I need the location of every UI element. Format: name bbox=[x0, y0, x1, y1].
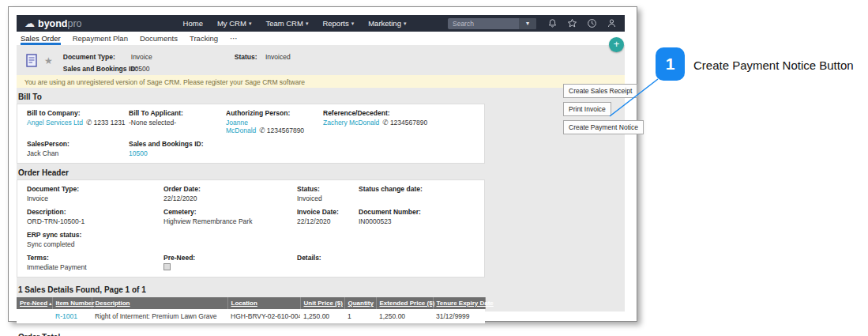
column-header-quantity[interactable]: Quantity bbox=[344, 297, 376, 309]
tab-tracking[interactable]: Tracking bbox=[190, 34, 218, 45]
annotation-label: Create Payment Notice Button bbox=[693, 59, 854, 72]
brand-logo[interactable]: ☁ byondpro bbox=[24, 17, 82, 29]
sales-bookings-id-link[interactable]: 10500 bbox=[129, 149, 148, 157]
authorizing-person-link[interactable]: Joanne McDonald bbox=[226, 119, 256, 134]
more-tabs-icon[interactable]: ⋯ bbox=[230, 34, 238, 45]
main-menu: Home My CRM▾ Team CRM▾ Reports▾ Marketin… bbox=[183, 19, 407, 28]
table-row: R-1001 Right of Interment: Premium Lawn … bbox=[17, 309, 485, 323]
document-type-field: Document Type: Invoice bbox=[27, 185, 163, 202]
bill-to-panel: Bill to Company: Angel Services Ltd✆1233… bbox=[17, 104, 485, 164]
order-date-field: Order Date: 22/12/2020 bbox=[163, 185, 297, 202]
print-invoice-button[interactable]: Print Invoice bbox=[563, 102, 611, 116]
chevron-down-icon: ▾ bbox=[306, 21, 309, 27]
bill-to-section-title: Bill To bbox=[17, 88, 485, 104]
order-status-field: Status: Invoiced bbox=[297, 185, 359, 202]
cell-location: HGH-BRVY-02-610-004 bbox=[227, 309, 300, 323]
reference-decedent-field: Reference/Decedent: Zachery McDonald✆123… bbox=[323, 109, 484, 134]
favorite-star-icon[interactable]: ★ bbox=[44, 55, 53, 66]
column-header-tenure-expiry[interactable]: Tenure Expiry Date bbox=[433, 297, 485, 309]
order-total-section-title: Order Total bbox=[17, 323, 485, 336]
create-payment-notice-button[interactable]: Create Payment Notice bbox=[563, 120, 644, 134]
screenshot-frame: ☁ byondpro Home My CRM▾ Team CRM▾ Report… bbox=[8, 6, 637, 322]
unregistered-warning-banner: You are using an unregistered version of… bbox=[17, 75, 625, 88]
salesperson-field: SalesPerson: Jack Chan bbox=[27, 140, 129, 157]
details-field: Details: bbox=[297, 254, 484, 271]
bill-to-company-link[interactable]: Angel Services Ltd bbox=[27, 119, 83, 126]
document-summary-fields: Document Type: Invoice Sales and Booking… bbox=[63, 53, 194, 74]
bill-to-applicant-field: Bill To Applicant: -None selected- bbox=[129, 109, 226, 134]
cell-quantity: 1 bbox=[344, 309, 376, 323]
column-header-pre-need[interactable]: Pre-Need▴ bbox=[17, 297, 52, 309]
menu-item-home[interactable]: Home bbox=[183, 19, 203, 28]
navbar-icon-group bbox=[547, 18, 617, 28]
search-scope-chevron-icon[interactable]: ▾ bbox=[519, 18, 536, 29]
search-box: ▾ bbox=[448, 18, 536, 29]
status-value: Invoiced bbox=[265, 53, 291, 61]
brand-name-bold: byond bbox=[38, 18, 68, 29]
document-number-field: Document Number: IN0000523 bbox=[359, 208, 484, 225]
pre-need-checkbox[interactable] bbox=[163, 263, 171, 270]
cell-tenure-expiry: 31/12/9999 bbox=[433, 309, 485, 323]
reference-decedent-link[interactable]: Zachery McDonald bbox=[323, 119, 379, 126]
phone-icon: ✆ bbox=[259, 126, 265, 134]
table-header-row: Pre-Need▴ Item Number Description Locati… bbox=[17, 297, 485, 309]
status-field: Status: Invoiced bbox=[235, 53, 291, 61]
column-header-extended-price[interactable]: Extended Price ($) bbox=[376, 297, 433, 309]
bookings-id-value: 10500 bbox=[131, 65, 194, 74]
document-summary-header: ★ Document Type: Invoice Sales and Booki… bbox=[17, 45, 625, 75]
phone-icon: ✆ bbox=[86, 119, 92, 126]
cloud-icon: ☁ bbox=[24, 17, 35, 29]
status-label: Status: bbox=[235, 53, 257, 61]
bell-icon[interactable] bbox=[547, 18, 558, 28]
menu-item-marketing[interactable]: Marketing▾ bbox=[368, 19, 406, 28]
invoice-date-field: Invoice Date: 22/12/2020 bbox=[297, 208, 359, 225]
tab-documents[interactable]: Documents bbox=[140, 34, 178, 45]
doc-type-value: Invoice bbox=[131, 53, 194, 62]
tab-sales-order[interactable]: Sales Order bbox=[21, 34, 61, 45]
chevron-down-icon: ▾ bbox=[351, 21, 355, 27]
bookings-id-label: Sales and Bookings ID: bbox=[63, 65, 131, 73]
order-header-panel: Document Type: Invoice Order Date: 22/12… bbox=[17, 179, 485, 277]
status-change-date-field: Status change date: bbox=[359, 185, 484, 202]
cell-pre-need bbox=[17, 309, 52, 323]
tab-repayment-plan[interactable]: Repayment Plan bbox=[73, 34, 128, 45]
add-button[interactable]: + bbox=[609, 37, 624, 52]
star-icon[interactable] bbox=[567, 18, 577, 28]
menu-item-team-crm[interactable]: Team CRM▾ bbox=[265, 19, 308, 28]
chevron-down-icon: ▾ bbox=[404, 21, 407, 27]
terms-field: Terms: Immediate Payment bbox=[27, 254, 163, 271]
page-content: + ★ Document Type: Invoice Sales and Boo… bbox=[17, 45, 625, 311]
description-field: Description: ORD-TRN-10500-1 bbox=[27, 208, 163, 225]
cemetery-field: Cemetery: Highview Remembrance Park bbox=[163, 208, 297, 225]
user-icon[interactable] bbox=[607, 18, 617, 28]
cell-unit-price: 1,250.00 bbox=[300, 309, 344, 323]
clock-icon[interactable] bbox=[587, 18, 597, 28]
top-navbar: ☁ byondpro Home My CRM▾ Team CRM▾ Report… bbox=[17, 15, 625, 32]
sales-bookings-id-field: Sales and Bookings ID: 10500 bbox=[129, 140, 226, 157]
sales-details-summary: 1 Sales Details Found, Page 1 of 1 bbox=[17, 277, 485, 297]
pre-need-field: Pre-Need: bbox=[163, 254, 297, 271]
sort-asc-icon: ▴ bbox=[49, 301, 51, 306]
column-header-unit-price[interactable]: Unit Price ($) bbox=[300, 297, 344, 309]
doc-type-label: Document Type: bbox=[63, 53, 131, 61]
action-button-column: Create Sales Receipt Print Invoice Creat… bbox=[563, 84, 644, 134]
order-header-section-title: Order Header bbox=[17, 164, 485, 179]
cell-description: Right of Interment: Premium Lawn Grave bbox=[92, 309, 227, 323]
column-header-description[interactable]: Description bbox=[92, 297, 227, 309]
search-input[interactable] bbox=[448, 20, 519, 28]
column-header-location[interactable]: Location bbox=[227, 297, 300, 309]
menu-item-reports[interactable]: Reports▾ bbox=[322, 19, 354, 28]
authorizing-person-field: Authorizing Person: Joanne McDonald✆1234… bbox=[226, 109, 323, 134]
item-number-link[interactable]: R-1001 bbox=[55, 312, 77, 320]
create-sales-receipt-button[interactable]: Create Sales Receipt bbox=[563, 84, 637, 98]
sales-details-table: Pre-Need▴ Item Number Description Locati… bbox=[17, 297, 486, 323]
chevron-down-icon: ▾ bbox=[249, 21, 252, 27]
bill-to-company-field: Bill to Company: Angel Services Ltd✆1233… bbox=[27, 109, 129, 134]
annotation-number-badge: 1 bbox=[656, 47, 685, 81]
tab-bar: Sales Order Repayment Plan Documents Tra… bbox=[17, 32, 625, 45]
column-header-item-number[interactable]: Item Number bbox=[52, 297, 92, 309]
menu-item-my-crm[interactable]: My CRM▾ bbox=[217, 19, 251, 28]
erp-sync-status-field: ERP sync status: Sync completed bbox=[27, 231, 484, 248]
phone-icon: ✆ bbox=[382, 119, 389, 126]
invoice-document-icon bbox=[26, 54, 37, 67]
